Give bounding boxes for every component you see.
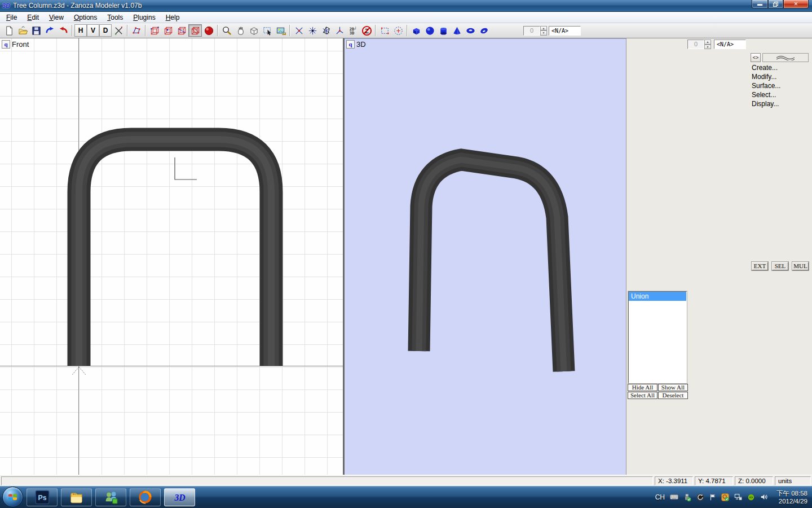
- marquee-rect-button[interactable]: [378, 24, 391, 37]
- spin-up-icon[interactable]: ▲: [704, 40, 711, 45]
- menu-tools[interactable]: Tools: [102, 12, 128, 23]
- prim-knot-button[interactable]: [477, 24, 491, 37]
- panel-collapse-button[interactable]: [762, 53, 809, 62]
- save-file-button[interactable]: [29, 24, 43, 37]
- letter-h-button[interactable]: H: [74, 24, 87, 37]
- panel-menu-display[interactable]: Display...: [752, 99, 780, 108]
- toolbar-spinner[interactable]: 0 ▲▼: [523, 26, 547, 36]
- restore-button[interactable]: [768, 0, 783, 8]
- pan-tool-button[interactable]: [233, 24, 247, 37]
- toolbar-material-dropdown[interactable]: <N/A>: [549, 26, 581, 36]
- prim-sphere-button[interactable]: [423, 24, 436, 37]
- import-arrow-button[interactable]: [43, 24, 56, 37]
- antivirus-icon[interactable]: [721, 493, 730, 502]
- sync-icon[interactable]: [696, 493, 705, 502]
- sphere-red-button[interactable]: [202, 24, 215, 37]
- taskbar-clock[interactable]: 下午 08:58 2012/4/29: [776, 489, 807, 505]
- panel-menu-select[interactable]: Select...: [752, 90, 780, 99]
- viewport-3d[interactable]: q 3D: [345, 38, 626, 475]
- menu-file[interactable]: File: [1, 12, 22, 23]
- zoom-tool-button[interactable]: [220, 24, 233, 37]
- spin-up-icon[interactable]: ▲: [540, 26, 547, 31]
- system-tray: CH 下午 08:58 2012/4/29: [655, 489, 812, 505]
- usb-device-icon[interactable]: [683, 493, 692, 502]
- letter-v-button[interactable]: V: [87, 24, 99, 37]
- main-toolbar: HVD2D┘3DZ 0 ▲▼ <N/A>: [0, 23, 812, 38]
- polygon-tool-button[interactable]: [130, 24, 143, 37]
- new-file-button[interactable]: [2, 24, 16, 37]
- mode-button-mul[interactable]: MUL: [792, 262, 809, 270]
- wirebox-2-button[interactable]: [161, 24, 175, 37]
- mode-button-sel[interactable]: SEL: [772, 262, 788, 270]
- vertex-cross-icon: [294, 25, 304, 36]
- toolbar-spinner-arrows[interactable]: ▲▼: [540, 26, 547, 36]
- panel-menu-modify[interactable]: Modify...: [752, 72, 780, 81]
- toolbar-separator: [145, 25, 146, 36]
- list-item-union[interactable]: Union: [629, 292, 686, 301]
- menu-view[interactable]: View: [44, 12, 69, 23]
- marquee-circle-button[interactable]: [391, 24, 405, 37]
- wirebox-3-button[interactable]: [175, 24, 188, 37]
- viewport-menu-icon[interactable]: q: [2, 40, 10, 49]
- mode-button-ext[interactable]: EXT: [752, 262, 768, 270]
- start-button[interactable]: [2, 487, 23, 507]
- menu-plugins[interactable]: Plugins: [128, 12, 160, 23]
- close-button[interactable]: ✕: [783, 0, 809, 8]
- viewport-front[interactable]: q Front: [0, 38, 345, 475]
- panel-material-dropdown[interactable]: <N/A>: [714, 40, 746, 49]
- minimize-button[interactable]: ▬: [752, 0, 768, 8]
- network-icon[interactable]: [734, 493, 743, 501]
- panel-resize-button[interactable]: <>: [751, 53, 761, 62]
- vertex-cross-button[interactable]: [292, 24, 306, 37]
- taskbar-app-explorer[interactable]: [61, 488, 92, 506]
- export-arrow-button[interactable]: [56, 24, 70, 37]
- menu-help[interactable]: Help: [161, 12, 185, 23]
- panel-menu-surface[interactable]: Surface...: [752, 81, 780, 90]
- nvidia-icon[interactable]: [747, 493, 756, 501]
- view-image-button[interactable]: [274, 24, 288, 37]
- prim-torus-button[interactable]: [464, 24, 477, 37]
- deselect-button[interactable]: Deselect: [658, 392, 688, 399]
- vertex-axis-button[interactable]: [333, 24, 346, 37]
- svg-text:3D: 3D: [349, 30, 354, 36]
- toolbar-icons: HVD2D┘3DZ: [2, 24, 491, 37]
- wirebox-1-button[interactable]: [148, 24, 161, 37]
- vertex-poly-button[interactable]: [319, 24, 333, 37]
- axes-tool-button[interactable]: [112, 24, 125, 37]
- clock-time: 下午 08:58: [776, 489, 807, 497]
- spin-down-icon[interactable]: ▼: [704, 45, 711, 50]
- open-file-button[interactable]: [16, 24, 29, 37]
- letter-d-button[interactable]: D: [99, 24, 112, 37]
- menu-edit[interactable]: Edit: [22, 12, 44, 23]
- hide-all-button[interactable]: Hide All: [628, 384, 657, 391]
- prim-box-button[interactable]: [409, 24, 423, 37]
- view-select-button[interactable]: [261, 24, 274, 37]
- no-z-button[interactable]: Z: [360, 24, 373, 37]
- volume-icon[interactable]: [760, 493, 769, 501]
- vertex-star-button[interactable]: [306, 24, 319, 37]
- select-all-button[interactable]: Select All: [628, 392, 657, 399]
- spin-down-icon[interactable]: ▼: [540, 30, 547, 36]
- taskbar-app-photoshop[interactable]: Ps: [27, 488, 58, 506]
- prim-cylinder-button[interactable]: [436, 24, 450, 37]
- taskbar-app-firefox[interactable]: [130, 488, 161, 506]
- toggle-2d3d-button[interactable]: 2D┘3D: [346, 24, 360, 37]
- show-all-button[interactable]: Show All: [658, 384, 688, 391]
- action-center-flag-icon[interactable]: [709, 493, 717, 502]
- input-language-indicator[interactable]: CH: [655, 493, 665, 501]
- panel-menu: Create...Modify...Surface...Select...Dis…: [752, 63, 780, 108]
- prim-cone-button[interactable]: [450, 24, 464, 37]
- keyboard-icon[interactable]: [669, 493, 679, 501]
- 3d-viewport-object: [345, 38, 626, 475]
- taskbar-app-zmodeler[interactable]: 3D: [164, 488, 195, 506]
- local-axes-marker: [175, 157, 197, 179]
- menu-options[interactable]: Options: [69, 12, 102, 23]
- taskbar-app-messenger[interactable]: [95, 488, 126, 506]
- object-listbox[interactable]: Union: [628, 291, 687, 383]
- panel-spinner[interactable]: 0 ▲▼: [687, 40, 711, 49]
- panel-menu-create[interactable]: Create...: [752, 63, 780, 72]
- viewport-menu-icon[interactable]: q: [346, 40, 355, 49]
- panel-spinner-arrows[interactable]: ▲▼: [704, 40, 711, 49]
- wirebox-4-button[interactable]: [188, 24, 202, 37]
- orbit-cube-button[interactable]: [247, 24, 261, 37]
